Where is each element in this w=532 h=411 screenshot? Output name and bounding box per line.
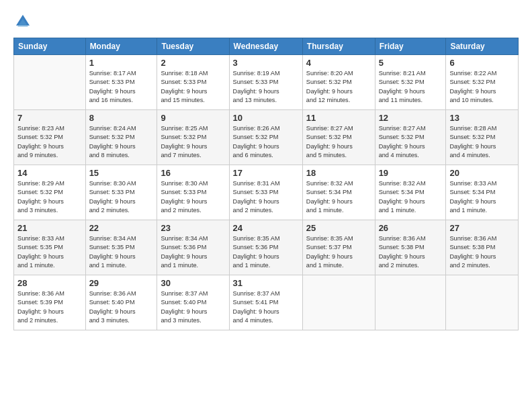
day-number: 16: [161, 168, 225, 178]
calendar-week-row: 14Sunrise: 8:29 AM Sunset: 5:32 PM Dayli…: [14, 165, 519, 220]
calendar-cell: [14, 55, 86, 110]
day-info: Sunrise: 8:25 AM Sunset: 5:32 PM Dayligh…: [161, 124, 225, 160]
day-info: Sunrise: 8:34 AM Sunset: 5:35 PM Dayligh…: [89, 234, 154, 270]
weekday-header: Wednesday: [229, 38, 302, 55]
calendar-week-row: 28Sunrise: 8:36 AM Sunset: 5:39 PM Dayli…: [14, 275, 519, 330]
calendar-cell: 3Sunrise: 8:19 AM Sunset: 5:33 PM Daylig…: [229, 55, 302, 110]
calendar-cell: 26Sunrise: 8:36 AM Sunset: 5:38 PM Dayli…: [375, 220, 446, 275]
day-number: 20: [449, 168, 515, 178]
day-number: 24: [233, 223, 299, 233]
day-info: Sunrise: 8:35 AM Sunset: 5:36 PM Dayligh…: [233, 234, 299, 270]
calendar-cell: 12Sunrise: 8:27 AM Sunset: 5:32 PM Dayli…: [375, 110, 446, 165]
day-number: 25: [306, 223, 371, 233]
weekday-header: Sunday: [14, 38, 86, 55]
day-info: Sunrise: 8:17 AM Sunset: 5:33 PM Dayligh…: [89, 69, 154, 105]
day-number: 3: [233, 58, 299, 68]
header: [13, 12, 519, 31]
day-info: Sunrise: 8:28 AM Sunset: 5:32 PM Dayligh…: [449, 124, 515, 160]
day-number: 8: [89, 113, 154, 123]
day-number: 10: [233, 113, 299, 123]
day-number: 19: [379, 168, 443, 178]
day-info: Sunrise: 8:31 AM Sunset: 5:33 PM Dayligh…: [233, 179, 299, 215]
day-info: Sunrise: 8:36 AM Sunset: 5:40 PM Dayligh…: [89, 289, 154, 325]
day-info: Sunrise: 8:33 AM Sunset: 5:34 PM Dayligh…: [449, 179, 515, 215]
calendar-cell: 7Sunrise: 8:23 AM Sunset: 5:32 PM Daylig…: [14, 110, 86, 165]
day-number: 22: [89, 223, 154, 233]
calendar-cell: 27Sunrise: 8:36 AM Sunset: 5:38 PM Dayli…: [446, 220, 519, 275]
calendar-cell: 23Sunrise: 8:34 AM Sunset: 5:36 PM Dayli…: [157, 220, 229, 275]
calendar-cell: 15Sunrise: 8:30 AM Sunset: 5:33 PM Dayli…: [85, 165, 157, 220]
day-info: Sunrise: 8:26 AM Sunset: 5:32 PM Dayligh…: [233, 124, 299, 160]
calendar-cell: 28Sunrise: 8:36 AM Sunset: 5:39 PM Dayli…: [14, 275, 86, 330]
day-number: 31: [233, 278, 299, 288]
day-info: Sunrise: 8:29 AM Sunset: 5:32 PM Dayligh…: [17, 179, 82, 215]
calendar-cell: 21Sunrise: 8:33 AM Sunset: 5:35 PM Dayli…: [14, 220, 86, 275]
day-info: Sunrise: 8:32 AM Sunset: 5:34 PM Dayligh…: [306, 179, 371, 215]
day-number: 11: [306, 113, 371, 123]
calendar-cell: [302, 275, 375, 330]
calendar-cell: 19Sunrise: 8:32 AM Sunset: 5:34 PM Dayli…: [375, 165, 446, 220]
calendar-cell: 16Sunrise: 8:30 AM Sunset: 5:33 PM Dayli…: [157, 165, 229, 220]
calendar-week-row: 21Sunrise: 8:33 AM Sunset: 5:35 PM Dayli…: [14, 220, 519, 275]
calendar-table: SundayMondayTuesdayWednesdayThursdayFrid…: [13, 38, 519, 330]
page: SundayMondayTuesdayWednesdayThursdayFrid…: [0, 0, 532, 411]
day-number: 29: [89, 278, 154, 288]
calendar-week-row: 1Sunrise: 8:17 AM Sunset: 5:33 PM Daylig…: [14, 55, 519, 110]
calendar-cell: 10Sunrise: 8:26 AM Sunset: 5:32 PM Dayli…: [229, 110, 302, 165]
weekday-header: Monday: [85, 38, 157, 55]
day-info: Sunrise: 8:22 AM Sunset: 5:32 PM Dayligh…: [449, 69, 515, 105]
day-info: Sunrise: 8:36 AM Sunset: 5:39 PM Dayligh…: [17, 289, 82, 325]
calendar-cell: 5Sunrise: 8:21 AM Sunset: 5:32 PM Daylig…: [375, 55, 446, 110]
day-number: 14: [17, 168, 82, 178]
calendar-cell: [446, 275, 519, 330]
day-number: 4: [306, 58, 371, 68]
day-number: 1: [89, 58, 154, 68]
day-info: Sunrise: 8:27 AM Sunset: 5:32 PM Dayligh…: [379, 124, 443, 160]
weekday-header: Saturday: [446, 38, 519, 55]
calendar-cell: 22Sunrise: 8:34 AM Sunset: 5:35 PM Dayli…: [85, 220, 157, 275]
day-info: Sunrise: 8:32 AM Sunset: 5:34 PM Dayligh…: [379, 179, 443, 215]
calendar-cell: 8Sunrise: 8:24 AM Sunset: 5:32 PM Daylig…: [85, 110, 157, 165]
day-info: Sunrise: 8:20 AM Sunset: 5:32 PM Dayligh…: [306, 69, 371, 105]
day-info: Sunrise: 8:19 AM Sunset: 5:33 PM Dayligh…: [233, 69, 299, 105]
day-number: 2: [161, 58, 225, 68]
day-number: 23: [161, 223, 225, 233]
day-info: Sunrise: 8:23 AM Sunset: 5:32 PM Dayligh…: [17, 124, 82, 160]
day-number: 15: [89, 168, 154, 178]
day-info: Sunrise: 8:36 AM Sunset: 5:38 PM Dayligh…: [449, 234, 515, 270]
calendar-header-row: SundayMondayTuesdayWednesdayThursdayFrid…: [14, 38, 519, 55]
calendar-cell: 13Sunrise: 8:28 AM Sunset: 5:32 PM Dayli…: [446, 110, 519, 165]
day-number: 13: [449, 113, 515, 123]
calendar-cell: 24Sunrise: 8:35 AM Sunset: 5:36 PM Dayli…: [229, 220, 302, 275]
day-number: 6: [449, 58, 515, 68]
day-number: 9: [161, 113, 225, 123]
day-number: 27: [449, 223, 515, 233]
day-number: 5: [379, 58, 443, 68]
day-number: 7: [17, 113, 82, 123]
logo: [13, 12, 35, 31]
day-info: Sunrise: 8:37 AM Sunset: 5:41 PM Dayligh…: [233, 289, 299, 325]
calendar-cell: 30Sunrise: 8:37 AM Sunset: 5:40 PM Dayli…: [157, 275, 229, 330]
calendar-cell: 1Sunrise: 8:17 AM Sunset: 5:33 PM Daylig…: [85, 55, 157, 110]
day-info: Sunrise: 8:36 AM Sunset: 5:38 PM Dayligh…: [379, 234, 443, 270]
day-number: 18: [306, 168, 371, 178]
calendar-cell: 14Sunrise: 8:29 AM Sunset: 5:32 PM Dayli…: [14, 165, 86, 220]
calendar-cell: 31Sunrise: 8:37 AM Sunset: 5:41 PM Dayli…: [229, 275, 302, 330]
day-number: 17: [233, 168, 299, 178]
day-number: 28: [17, 278, 82, 288]
calendar-cell: 18Sunrise: 8:32 AM Sunset: 5:34 PM Dayli…: [302, 165, 375, 220]
weekday-header: Friday: [375, 38, 446, 55]
day-number: 26: [379, 223, 443, 233]
calendar-week-row: 7Sunrise: 8:23 AM Sunset: 5:32 PM Daylig…: [14, 110, 519, 165]
day-number: 12: [379, 113, 443, 123]
day-info: Sunrise: 8:21 AM Sunset: 5:32 PM Dayligh…: [379, 69, 443, 105]
day-info: Sunrise: 8:30 AM Sunset: 5:33 PM Dayligh…: [89, 179, 154, 215]
day-info: Sunrise: 8:37 AM Sunset: 5:40 PM Dayligh…: [161, 289, 225, 325]
day-info: Sunrise: 8:30 AM Sunset: 5:33 PM Dayligh…: [161, 179, 225, 215]
calendar-cell: 17Sunrise: 8:31 AM Sunset: 5:33 PM Dayli…: [229, 165, 302, 220]
day-info: Sunrise: 8:34 AM Sunset: 5:36 PM Dayligh…: [161, 234, 225, 270]
calendar-cell: 9Sunrise: 8:25 AM Sunset: 5:32 PM Daylig…: [157, 110, 229, 165]
weekday-header: Thursday: [302, 38, 375, 55]
day-info: Sunrise: 8:24 AM Sunset: 5:32 PM Dayligh…: [89, 124, 154, 160]
calendar-cell: 29Sunrise: 8:36 AM Sunset: 5:40 PM Dayli…: [85, 275, 157, 330]
